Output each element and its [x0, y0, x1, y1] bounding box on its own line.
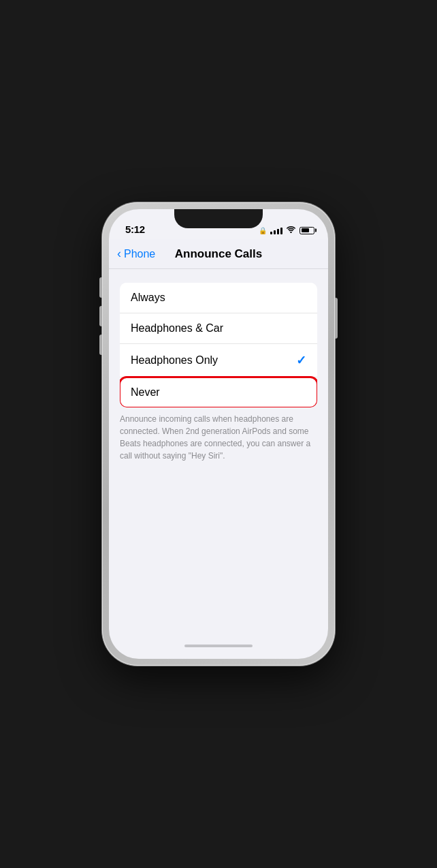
options-list: Always Headphones & Car Headphones Only … — [120, 283, 317, 407]
signal-bar-4 — [280, 228, 282, 234]
option-headphones-only[interactable]: Headphones Only ✓ — [120, 344, 317, 377]
option-always-label: Always — [131, 292, 165, 304]
signal-bar-2 — [274, 230, 276, 234]
lock-icon: 🔒 — [259, 227, 267, 234]
checkmark-icon: ✓ — [296, 353, 306, 368]
option-headphones-car-label: Headphones & Car — [131, 322, 223, 335]
option-never-label: Never — [131, 386, 160, 399]
nav-bar: ‹ Phone Announce Calls — [109, 239, 328, 269]
phone-frame: 5:12 🔒 — [102, 202, 335, 666]
option-headphones-only-label: Headphones Only — [131, 354, 218, 367]
battery-icon — [300, 227, 314, 234]
wifi-icon — [286, 226, 296, 235]
svg-point-0 — [290, 232, 291, 233]
status-time: 5:12 — [125, 223, 145, 235]
back-button[interactable]: ‹ Phone — [117, 248, 155, 260]
option-headphones-car[interactable]: Headphones & Car — [120, 313, 317, 344]
description-text: Announce incoming calls when headphones … — [120, 413, 317, 462]
option-always[interactable]: Always — [120, 283, 317, 313]
back-chevron-icon: ‹ — [117, 247, 121, 260]
page-title: Announce Calls — [175, 247, 262, 261]
home-bar — [184, 645, 253, 647]
option-never[interactable]: Never — [120, 377, 317, 407]
screen: 5:12 🔒 — [109, 209, 328, 659]
signal-bars — [270, 227, 282, 234]
content-area: Always Headphones & Car Headphones Only … — [109, 269, 328, 637]
back-label: Phone — [124, 248, 155, 260]
home-indicator — [109, 637, 328, 659]
phone-screen: 5:12 🔒 — [109, 209, 328, 659]
notch — [174, 209, 263, 228]
signal-bar-1 — [270, 232, 272, 234]
status-icons: 🔒 — [259, 226, 314, 235]
signal-bar-3 — [277, 229, 279, 234]
